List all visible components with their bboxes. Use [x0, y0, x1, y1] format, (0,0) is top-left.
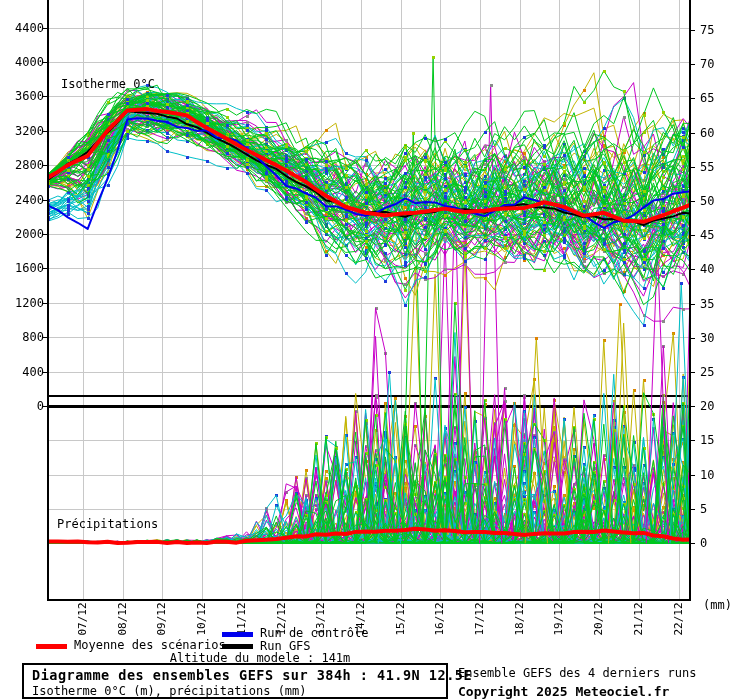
legend-swatch-mean	[36, 644, 67, 649]
right-axis-tick: 20	[700, 399, 738, 413]
x-axis-date-label: 15/12	[395, 602, 407, 636]
left-axis-tick: 3600	[4, 89, 44, 103]
left-axis-tick: 0	[4, 399, 44, 413]
right-axis-tick: 50	[700, 194, 738, 208]
isotherm-annotation: Isotherme 0°C	[61, 77, 155, 91]
right-axis-tick: 75	[700, 23, 738, 37]
copyright-note: Copyright 2025 Meteociel.fr	[458, 684, 669, 699]
right-axis-tick: 70	[700, 57, 738, 71]
precipitation-annotation: Précipitations	[57, 517, 158, 531]
right-axis-tick: 0	[700, 536, 738, 550]
legend-label-control: Run de contrôle	[260, 626, 368, 640]
source-note: Ensemble GEFS des 4 derniers runs	[458, 666, 696, 680]
x-axis-date-label: 18/12	[514, 602, 526, 636]
left-axis-tick: 1600	[4, 261, 44, 275]
x-axis-date-label: 17/12	[474, 602, 486, 636]
left-axis-tick: 2400	[4, 193, 44, 207]
left-axis-tick: 2800	[4, 158, 44, 172]
x-axis-date-label: 22/12	[673, 602, 685, 636]
legend-swatch-control	[222, 632, 253, 637]
left-axis-tick: 4000	[4, 55, 44, 69]
left-axis-tick: 4400	[4, 21, 44, 35]
left-axis-tick: 2000	[4, 227, 44, 241]
gefs-ensemble-diagram: 4400400036003200280024002000160012008004…	[0, 0, 740, 700]
mm-unit-label: (mm)	[703, 598, 732, 612]
x-axis-date-label: 10/12	[196, 602, 208, 636]
ensemble-chart-canvas	[0, 0, 740, 700]
left-axis-tick: 800	[4, 330, 44, 344]
x-axis-date-label: 21/12	[633, 602, 645, 636]
x-axis-date-label: 07/12	[77, 602, 89, 636]
x-axis-date-label: 19/12	[553, 602, 565, 636]
x-axis-date-label: 09/12	[156, 602, 168, 636]
diagram-subtitle: Isotherme 0°C (m), précipitations (mm)	[32, 684, 307, 698]
right-axis-tick: 15	[700, 433, 738, 447]
right-axis-tick: 35	[700, 297, 738, 311]
left-axis-tick: 1200	[4, 296, 44, 310]
left-axis-tick: 3200	[4, 124, 44, 138]
right-axis-tick: 25	[700, 365, 738, 379]
right-axis-tick: 65	[700, 91, 738, 105]
x-axis-date-label: 20/12	[593, 602, 605, 636]
x-axis-date-label: 08/12	[117, 602, 129, 636]
left-axis-tick: 400	[4, 365, 44, 379]
x-axis-date-label: 11/12	[236, 602, 248, 636]
right-axis-tick: 60	[700, 126, 738, 140]
right-axis-tick: 40	[700, 262, 738, 276]
right-axis-tick: 55	[700, 160, 738, 174]
title-box: Diagramme des ensembles GEFS sur 384h : …	[22, 663, 448, 699]
legend-swatch-gfs	[222, 644, 253, 649]
x-axis-date-label: 16/12	[434, 602, 446, 636]
legend-label-mean: Moyenne des scénarios	[74, 638, 226, 652]
right-axis-tick: 10	[700, 468, 738, 482]
right-axis-tick: 5	[700, 502, 738, 516]
right-axis-tick: 30	[700, 331, 738, 345]
right-axis-tick: 45	[700, 228, 738, 242]
diagram-title: Diagramme des ensembles GEFS sur 384h : …	[32, 667, 472, 683]
